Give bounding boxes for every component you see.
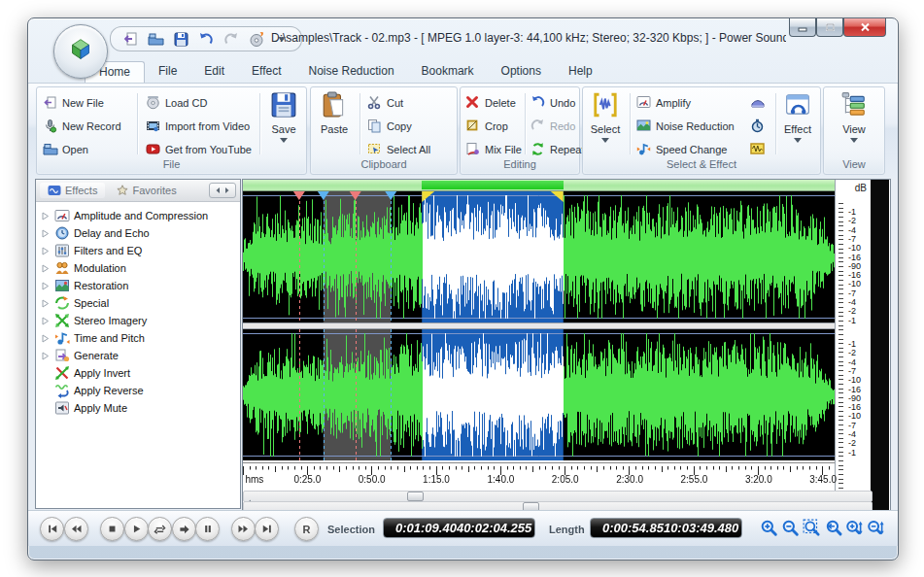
panel-tab-scroll-buttons[interactable] (209, 183, 236, 198)
fast-forward-button[interactable] (231, 517, 256, 541)
open-folder-icon[interactable] (146, 30, 165, 48)
zoom-full-button[interactable] (823, 518, 842, 537)
effect-big-icon (784, 91, 811, 120)
tab-options[interactable]: Options (488, 61, 555, 83)
titlebar[interactable]: D:\samples\Track - 02.mp3 - [ MPEG 1.0 l… (28, 18, 898, 61)
select-button[interactable]: Select (585, 91, 626, 161)
tree-item-apply-invert[interactable]: Apply Invert (40, 364, 240, 382)
loop-play-button[interactable] (148, 517, 172, 541)
speed-change-button[interactable]: Speed Change (636, 140, 727, 159)
time-ruler[interactable]: hms0:25.00:50.01:15.01:40.02:05.02:30.02… (243, 462, 835, 489)
expand-icon[interactable] (40, 282, 51, 290)
zoom-vertical-out-button[interactable] (866, 518, 885, 537)
import-file-icon[interactable] (120, 30, 140, 48)
overview-selection[interactable] (422, 181, 564, 189)
slider-thumb[interactable] (407, 492, 424, 501)
save-button[interactable]: Save (262, 91, 305, 161)
expand-icon[interactable] (40, 352, 51, 360)
expand-icon[interactable] (40, 229, 51, 238)
tree-item-generate[interactable]: Generate (40, 347, 240, 364)
noise-reduction-button[interactable]: Noise Reduction (636, 117, 735, 136)
expand-icon[interactable] (40, 317, 51, 325)
zoom-out-button[interactable] (780, 518, 800, 537)
app-logo-button[interactable] (53, 24, 108, 79)
cut-button[interactable]: Cut (367, 93, 403, 113)
mix-file-button[interactable]: Mix File (465, 140, 522, 159)
minimize-button[interactable] (789, 18, 816, 37)
tab-noise-reduction[interactable]: Noise Reduction (295, 61, 408, 83)
tree-item-delay-and-echo[interactable]: Delay and Echo (40, 224, 240, 242)
load-cd-button[interactable]: Load CD (146, 93, 207, 113)
paste-button[interactable]: Paste (315, 91, 354, 161)
delete-button[interactable]: Delete (465, 93, 516, 113)
tab-edit[interactable]: Edit (190, 61, 238, 83)
modulation-icon (54, 260, 70, 276)
tree-item-label: Stereo Imagery (74, 315, 147, 326)
pause-button[interactable] (195, 517, 220, 541)
tree-item-amplitude-and-compression[interactable]: Amplitude and Compression (40, 207, 240, 224)
expand-icon[interactable] (40, 299, 51, 308)
tree-item-filters-and-eq[interactable]: Filters and EQ (40, 242, 240, 259)
expand-icon[interactable] (40, 264, 51, 273)
select-all-button[interactable]: Select All (367, 140, 430, 159)
crop-button[interactable]: Crop (465, 117, 508, 136)
timer-button[interactable] (750, 117, 766, 136)
waveform-display[interactable] (243, 191, 835, 460)
play-selection-button[interactable] (172, 517, 196, 541)
copy-button[interactable]: Copy (367, 117, 412, 136)
new-file-icon (43, 95, 58, 111)
undo-button[interactable]: Undo (530, 93, 575, 113)
save-icon[interactable] (171, 30, 190, 48)
maximize-button[interactable] (816, 18, 843, 37)
tree-item-time-and-pitch[interactable]: Time and Pitch (40, 329, 240, 347)
play-button[interactable] (124, 517, 149, 541)
tree-item-restoration[interactable]: Restoration (40, 277, 240, 294)
tab-bookmark[interactable]: Bookmark (408, 61, 488, 83)
ruler-label: 2:30.0 (616, 474, 643, 485)
ruler-label: 0:25.0 (293, 474, 321, 485)
open-button[interactable]: Open (43, 140, 88, 159)
waveform-editor[interactable]: dB -1-2-4-7-10-16-90-16-10-7-4-2-1-1-2-4… (242, 179, 891, 512)
tree-item-modulation[interactable]: Modulation (40, 259, 240, 277)
tab-effect[interactable]: Effect (238, 61, 294, 83)
panel-tab-effects[interactable]: Effects (40, 183, 105, 198)
expand-icon[interactable] (40, 334, 51, 343)
undo-icon[interactable] (196, 30, 216, 48)
repeat-label: Repeat (550, 144, 584, 155)
effect-button[interactable]: Effect (777, 91, 818, 161)
save-big-icon (270, 91, 297, 120)
expand-icon[interactable] (40, 247, 51, 255)
close-button[interactable] (843, 18, 886, 37)
new-file-button[interactable]: New File (43, 93, 104, 113)
skip-start-button[interactable] (40, 517, 64, 541)
undo-label: Undo (550, 97, 575, 109)
rewind-button[interactable] (64, 517, 88, 541)
panel-tab-favorites[interactable]: Favorites (109, 183, 184, 198)
repeat-button[interactable]: Repeat (530, 140, 584, 159)
zoom-selection-button[interactable] (802, 518, 821, 537)
overview-strip[interactable] (243, 180, 835, 191)
zoom-vertical-in-button[interactable] (844, 518, 864, 537)
amplify-button[interactable]: Amplify (636, 93, 691, 113)
insert-silence-button[interactable] (750, 93, 766, 113)
skip-end-button[interactable] (255, 517, 279, 541)
import-from-video-button[interactable]: Import from Video (146, 117, 250, 136)
tree-item-apply-reverse[interactable]: Apply Reverse (40, 382, 240, 399)
db-scale: dB -1-2-4-7-10-16-90-16-10-7-4-2-1-1-2-4… (835, 180, 872, 511)
stop-button[interactable] (100, 517, 124, 541)
tree-item-special[interactable]: Special (40, 294, 240, 312)
tab-file[interactable]: File (145, 61, 190, 83)
tree-item-apply-mute[interactable]: Apply Mute (40, 399, 240, 417)
tab-help[interactable]: Help (555, 61, 606, 83)
record-button[interactable]: R (294, 517, 319, 541)
burn-cd-icon[interactable] (247, 30, 266, 48)
db-label: -2 (848, 349, 856, 357)
tree-item-stereo-imagery[interactable]: Stereo Imagery (40, 312, 240, 329)
waveform-tool-button[interactable] (750, 140, 766, 159)
apply-mute-icon (54, 400, 70, 416)
view-button[interactable]: View (833, 91, 875, 161)
new-record-button[interactable]: New Record (43, 117, 121, 136)
zoom-in-button[interactable] (759, 518, 778, 537)
expand-icon[interactable] (40, 212, 51, 221)
get-from-youtube-button[interactable]: Get from YouTube (146, 140, 252, 159)
